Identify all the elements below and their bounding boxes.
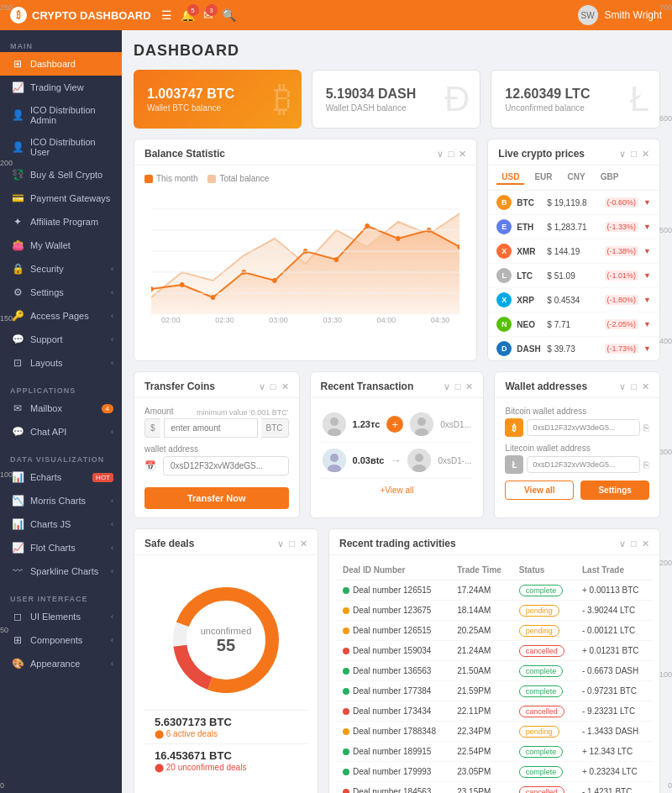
sidebar-item-dashboard[interactable]: ⊞ Dashboard: [0, 52, 122, 76]
sidebar-item-buy-sell[interactable]: 💱 Buy & Sell Crypto: [0, 163, 122, 186]
sidebar-item-mailbox[interactable]: ✉ Mailbox 4: [0, 396, 122, 420]
prices-collapse[interactable]: ∨: [619, 149, 626, 160]
sidebar-item-flot[interactable]: 📈 Flot Charts ‹: [0, 536, 122, 559]
transfer-expand[interactable]: □: [270, 381, 276, 392]
sidebar: MAIN⊞ Dashboard 📈 Trading View 👤 ICO Dis…: [0, 30, 122, 793]
sidebar-item-settings[interactable]: ⚙ Settings ‹: [0, 281, 122, 304]
prices-close[interactable]: ✕: [642, 149, 649, 160]
legend-total: Total balance: [207, 174, 269, 183]
sidebar-item-appearance[interactable]: 🎨 Appearance ‹: [0, 652, 122, 675]
wallet-addr-expand[interactable]: □: [631, 381, 637, 392]
wallet-card-dash: 5.19034 DASH Wallet DASH balance Ð: [312, 70, 481, 129]
price-row-xmr: X XMR $ 144.19 (-1.38%) ▼: [488, 239, 659, 264]
messages-icon[interactable]: ✉3: [203, 8, 213, 22]
btc-copy-btn[interactable]: ⎘: [643, 423, 649, 433]
deal-dot: [343, 587, 349, 594]
sidebar-item-security[interactable]: 🔒 Security ‹: [0, 257, 122, 281]
sidebar-item-ui-elements[interactable]: ◻ UI Elements ‹: [0, 605, 122, 628]
sidebar-label-ico-admin: ICO Distribution Admin: [30, 105, 113, 125]
wallet-settings-button[interactable]: Settings: [580, 481, 649, 500]
wallet-addr-close[interactable]: ✕: [642, 381, 649, 392]
chart-y-right: 7006005004003002001000: [659, 30, 672, 793]
table-row: Deal number 179993 23.05PM complete + 0.…: [336, 762, 653, 782]
transfer-panel: Transfer Coins ∨ □ ✕ Amount minimum valu…: [134, 371, 300, 518]
sidebar-item-ico-user[interactable]: 👤 ICO Distribution User: [0, 131, 122, 163]
sidebar-item-chat[interactable]: 💬 Chat API ‹: [0, 420, 122, 444]
tab-gbp[interactable]: GBP: [596, 171, 624, 185]
safe-deals-close[interactable]: ✕: [300, 538, 307, 549]
wallet-addr-collapse[interactable]: ∨: [619, 381, 626, 392]
sidebar-item-ico-admin[interactable]: 👤 ICO Distribution Admin: [0, 99, 122, 131]
sidebar-label-appearance: Appearance: [30, 659, 80, 669]
dash-coin-icon: D: [496, 341, 512, 356]
ltc-copy-btn[interactable]: ⎘: [643, 460, 649, 470]
recent-txn-expand[interactable]: □: [455, 381, 461, 392]
badge-mailbox: 4: [102, 404, 113, 413]
search-icon[interactable]: 🔍: [222, 8, 236, 22]
trading-close[interactable]: ✕: [642, 538, 649, 549]
menu-icon[interactable]: ☰: [161, 8, 172, 22]
sidebar-item-trading-view[interactable]: 📈 Trading View: [0, 76, 122, 99]
tab-eur[interactable]: EUR: [529, 171, 557, 185]
transfer-collapse[interactable]: ∨: [259, 381, 265, 392]
recent-txn-close[interactable]: ✕: [465, 381, 473, 392]
view-all-wallets-button[interactable]: View all: [505, 481, 574, 500]
safe-deals-expand[interactable]: □: [289, 538, 295, 549]
ltc-trend-icon: ▼: [643, 271, 651, 280]
tab-cny[interactable]: CNY: [563, 171, 591, 185]
sidebar-item-components[interactable]: ⊞ Components ‹: [0, 628, 122, 652]
safe-deals-title: Safe deals: [144, 538, 194, 549]
deal-id-cell: Deal number 179993: [336, 762, 450, 782]
notifications-badge: 5: [187, 4, 199, 16]
table-row: Deal number 184563 23.15PM cancelled - 1…: [336, 782, 653, 794]
tab-usd[interactable]: USD: [496, 171, 524, 185]
eth-coin-icon: E: [496, 219, 512, 234]
chart-expand[interactable]: □: [449, 149, 454, 160]
sidebar-item-chartjs[interactable]: 📊 Charts JS ‹: [0, 512, 122, 536]
xmr-trend-icon: ▼: [643, 247, 651, 255]
status-cell: complete: [512, 580, 575, 601]
view-all-txn-link[interactable]: +View all: [321, 479, 474, 496]
trading-title: Recent trading activities: [339, 538, 456, 549]
deal-dot: [343, 668, 349, 675]
sidebar-item-payment[interactable]: 💳 Payment Gateways: [0, 186, 122, 210]
svg-point-10: [396, 236, 401, 241]
trade-time-cell: 21.59PM: [450, 681, 512, 701]
transfer-close[interactable]: ✕: [281, 381, 289, 392]
svg-marker-1: [151, 226, 459, 314]
sidebar-item-sparkline[interactable]: 〰 Sparkline Charts ‹: [0, 559, 122, 583]
sparkline-icon: 〰: [12, 565, 24, 577]
deal-id-cell: Deal number 177384: [336, 681, 450, 701]
trade-time-cell: 21.50AM: [450, 661, 512, 681]
trading-expand[interactable]: □: [631, 538, 637, 549]
ltc-icon: Ł: [630, 79, 649, 119]
wallet-addr-input[interactable]: [163, 456, 289, 475]
sidebar-item-echarts[interactable]: 📊 Echarts HOT: [0, 465, 122, 489]
deal-id-cell: Deal number 173434: [336, 701, 450, 722]
txn-avatar-2: [323, 449, 346, 472]
sidebar-item-morris[interactable]: 📉 Morris Charts ‹: [0, 489, 122, 512]
brand-name: CRYPTO DASHBOARD: [32, 9, 151, 22]
amount-input[interactable]: [164, 418, 258, 438]
ico-user-icon: 👤: [12, 141, 24, 153]
recent-txn-collapse[interactable]: ∨: [444, 381, 450, 392]
txn-amount-1: 1.23тс: [353, 419, 381, 429]
sidebar-item-support[interactable]: 💬 Support ‹: [0, 328, 122, 351]
notifications-icon[interactable]: 🔔5: [181, 8, 195, 22]
chart-collapse[interactable]: ∨: [437, 149, 444, 160]
stat1-amount: 5.6307173 BTC: [155, 716, 297, 728]
neo-coin-price: $ 7.71: [547, 320, 599, 329]
chart-close[interactable]: ✕: [459, 149, 466, 160]
trading-collapse[interactable]: ∨: [619, 538, 626, 549]
sidebar-item-layouts[interactable]: ⊡ Layouts ‹: [0, 351, 122, 375]
btc-coin-icon: B: [496, 195, 512, 210]
nav-icons: ☰ 🔔5 ✉3 🔍: [161, 8, 236, 22]
arrow-access: ‹: [111, 312, 113, 320]
btc-coin-name: BTC: [517, 198, 542, 207]
safe-deals-collapse[interactable]: ∨: [277, 538, 284, 549]
sidebar-item-affiliate[interactable]: ✦ Affiliate Program: [0, 210, 122, 234]
prices-expand[interactable]: □: [631, 149, 637, 160]
sidebar-item-wallet[interactable]: 👛 My Wallet: [0, 234, 122, 257]
transfer-now-button[interactable]: Transfer Now: [144, 487, 289, 509]
sidebar-item-access[interactable]: 🔑 Access Pages ‹: [0, 304, 122, 328]
